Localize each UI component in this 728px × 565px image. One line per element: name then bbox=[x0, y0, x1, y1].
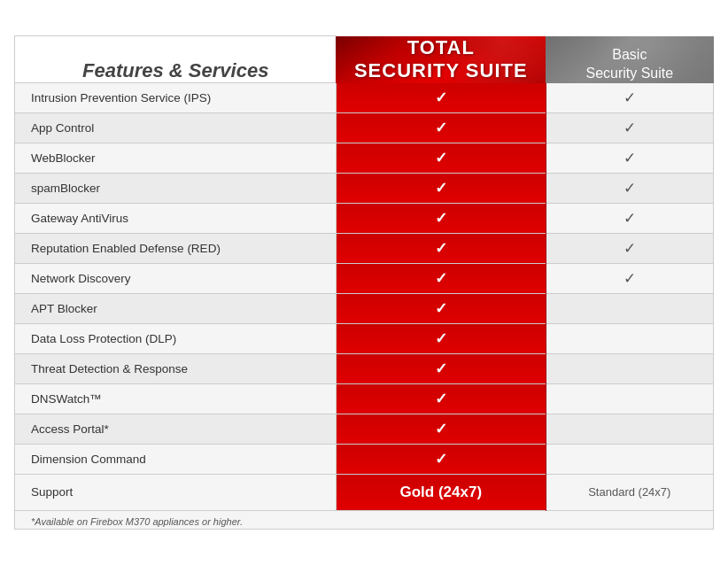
support-total-value: Gold (24x7) bbox=[336, 474, 546, 510]
total-check: ✓ bbox=[336, 143, 546, 173]
feature-name: Access Portal* bbox=[15, 414, 337, 444]
table-row: spamBlocker✓✓ bbox=[15, 173, 714, 203]
checkmark-basic: ✓ bbox=[623, 120, 636, 136]
total-check: ✓ bbox=[336, 353, 546, 383]
table-row: Data Loss Protection (DLP)✓ bbox=[15, 323, 714, 353]
total-check: ✓ bbox=[336, 414, 546, 444]
basic-check: ✓ bbox=[546, 112, 713, 143]
comparison-table: Features & Services TOTAL SECURITY SUITE… bbox=[14, 35, 714, 529]
header-total-security: TOTAL SECURITY SUITE bbox=[336, 36, 546, 83]
feature-name: Reputation Enabled Defense (RED) bbox=[15, 233, 337, 263]
checkmark-basic: ✓ bbox=[623, 150, 636, 166]
basic-check bbox=[546, 293, 713, 323]
total-check: ✓ bbox=[336, 173, 546, 203]
header-basic-security: Basic Security Suite bbox=[546, 36, 713, 83]
basic-check bbox=[546, 444, 713, 474]
basic-check bbox=[546, 414, 713, 444]
checkmark-basic: ✓ bbox=[623, 89, 636, 106]
support-row: SupportGold (24x7)Standard (24x7) bbox=[15, 474, 714, 510]
basic-check bbox=[546, 383, 713, 414]
checkmark-total: ✓ bbox=[435, 330, 447, 347]
table-row: Threat Detection & Response✓ bbox=[15, 353, 714, 383]
checkmark-total: ✓ bbox=[435, 391, 447, 407]
support-label: Support bbox=[15, 474, 337, 510]
table-row: Intrusion Prevention Service (IPS)✓✓ bbox=[15, 83, 714, 113]
table-row: App Control✓✓ bbox=[15, 112, 714, 143]
checkmark-basic: ✓ bbox=[623, 240, 636, 257]
basic-check: ✓ bbox=[546, 173, 713, 203]
table-row: WebBlocker✓✓ bbox=[15, 143, 714, 173]
basic-check: ✓ bbox=[546, 233, 713, 263]
feature-name: Threat Detection & Response bbox=[15, 353, 337, 383]
basic-check: ✓ bbox=[546, 203, 713, 233]
total-check: ✓ bbox=[336, 112, 546, 143]
checkmark-basic: ✓ bbox=[623, 210, 636, 227]
basic-check bbox=[546, 353, 713, 383]
table-row: Reputation Enabled Defense (RED)✓✓ bbox=[15, 233, 714, 263]
table-row: Access Portal*✓ bbox=[15, 414, 714, 444]
checkmark-total: ✓ bbox=[435, 210, 447, 227]
total-check: ✓ bbox=[336, 323, 546, 353]
table-row: Gateway AntiVirus✓✓ bbox=[15, 203, 714, 233]
feature-name: spamBlocker bbox=[15, 173, 337, 203]
header-features: Features & Services bbox=[15, 36, 337, 83]
feature-name: App Control bbox=[15, 112, 337, 143]
total-check: ✓ bbox=[336, 233, 546, 263]
checkmark-total: ✓ bbox=[435, 150, 447, 166]
checkmark-basic: ✓ bbox=[623, 180, 636, 197]
total-check: ✓ bbox=[336, 383, 546, 414]
feature-name: Intrusion Prevention Service (IPS) bbox=[15, 83, 337, 113]
checkmark-total: ✓ bbox=[435, 421, 447, 437]
feature-name: Data Loss Protection (DLP) bbox=[15, 323, 337, 353]
total-check: ✓ bbox=[336, 203, 546, 233]
feature-name: DNSWatch™ bbox=[15, 383, 337, 414]
footnote-row: *Available on Firebox M370 appliances or… bbox=[15, 510, 714, 529]
footnote-text: *Available on Firebox M370 appliances or… bbox=[15, 510, 714, 529]
basic-check: ✓ bbox=[546, 143, 713, 173]
support-basic-value: Standard (24x7) bbox=[546, 474, 713, 510]
basic-security-title: Basic Security Suite bbox=[546, 46, 713, 83]
checkmark-total: ✓ bbox=[435, 240, 447, 257]
basic-check: ✓ bbox=[546, 83, 713, 113]
checkmark-total: ✓ bbox=[435, 270, 447, 287]
feature-name: Gateway AntiVirus bbox=[15, 203, 337, 233]
table-row: Network Discovery✓✓ bbox=[15, 263, 714, 293]
total-check: ✓ bbox=[336, 293, 546, 323]
checkmark-total: ✓ bbox=[435, 451, 447, 468]
table-row: DNSWatch™✓ bbox=[15, 383, 714, 414]
checkmark-total: ✓ bbox=[435, 180, 447, 197]
checkmark-basic: ✓ bbox=[623, 270, 636, 287]
checkmark-total: ✓ bbox=[435, 120, 447, 136]
basic-check: ✓ bbox=[546, 263, 713, 293]
total-security-title: TOTAL SECURITY SUITE bbox=[336, 36, 546, 83]
feature-name: APT Blocker bbox=[15, 293, 337, 323]
table-row: APT Blocker✓ bbox=[15, 293, 714, 323]
total-check: ✓ bbox=[336, 263, 546, 293]
basic-check bbox=[546, 323, 713, 353]
checkmark-total: ✓ bbox=[435, 89, 447, 106]
checkmark-total: ✓ bbox=[435, 300, 447, 317]
checkmark-total: ✓ bbox=[435, 360, 447, 377]
feature-name: Network Discovery bbox=[15, 263, 337, 293]
total-check: ✓ bbox=[336, 444, 546, 474]
table-row: Dimension Command✓ bbox=[15, 444, 714, 474]
total-check: ✓ bbox=[336, 83, 546, 113]
feature-name: WebBlocker bbox=[15, 143, 337, 173]
features-header-label: Features & Services bbox=[82, 59, 268, 81]
feature-name: Dimension Command bbox=[15, 444, 337, 474]
